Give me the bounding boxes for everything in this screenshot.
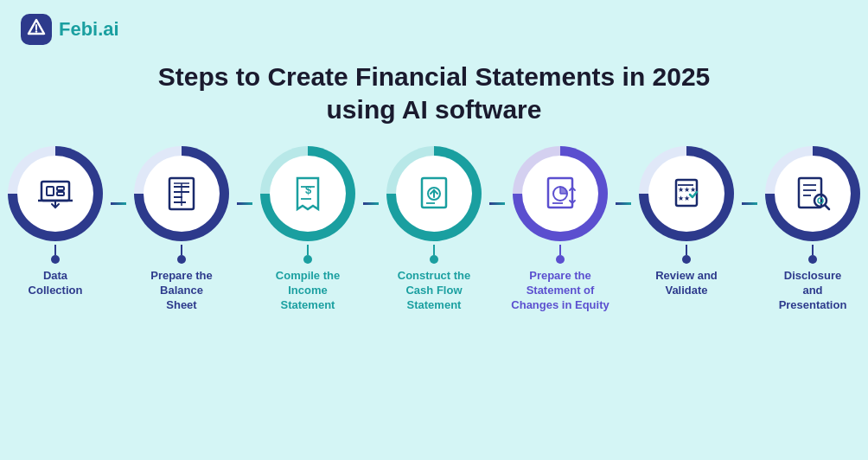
steps-row: DataCollection Pr	[0, 134, 868, 313]
step-6: ★★★ ★★ Review andValidate	[631, 146, 742, 298]
step-7-inner	[775, 156, 851, 232]
connector-1	[111, 202, 126, 205]
step-4-circle	[386, 146, 482, 241]
step-2-inner	[144, 156, 220, 232]
step-3-label: Compile theIncomeStatement	[272, 269, 343, 313]
connector-2	[237, 202, 252, 205]
step-2-label: Prepare theBalanceSheet	[147, 269, 216, 313]
page-title: Steps to Create Financial Statements in …	[158, 61, 711, 125]
step-2: Prepare theBalanceSheet	[126, 146, 237, 313]
step-1: DataCollection	[0, 146, 111, 298]
step-6-label: Review andValidate	[652, 269, 721, 298]
step-6-circle: ★★★ ★★	[639, 146, 734, 241]
header: Febi.ai	[0, 0, 868, 45]
step-3: $ Compile theIncomeStatement	[252, 146, 363, 313]
svg-rect-7	[57, 192, 64, 195]
svg-line-36	[825, 205, 829, 209]
step-5: Prepare theStatement ofChanges in Equity	[505, 146, 616, 313]
svg-rect-6	[57, 187, 64, 190]
svg-rect-3	[41, 182, 69, 201]
connector-5	[616, 202, 631, 205]
svg-text:$: $	[305, 183, 312, 196]
step-3-inner: $	[270, 156, 346, 232]
step-6-inner: ★★★ ★★	[648, 156, 724, 232]
title-section: Steps to Create Financial Statements in …	[141, 45, 728, 134]
step-5-label: Prepare theStatement ofChanges in Equity	[507, 269, 612, 313]
svg-rect-31	[799, 178, 821, 208]
step-7-connector	[808, 245, 817, 264]
step-5-connector	[556, 245, 565, 264]
step-1-inner	[17, 156, 93, 232]
step-4-label: Construct theCash FlowStatement	[394, 269, 475, 313]
connector-6	[742, 202, 757, 205]
step-7: DisclosureandPresentation	[757, 146, 868, 313]
connector-3	[363, 202, 379, 205]
step-1-label: DataCollection	[25, 269, 86, 298]
logo-text: Febi.ai	[59, 18, 119, 41]
step-4: Construct theCash FlowStatement	[379, 146, 489, 313]
step-5-circle	[513, 146, 608, 241]
step-3-connector	[303, 245, 312, 264]
svg-text:★★★: ★★★	[678, 186, 696, 194]
step-5-inner	[522, 156, 598, 232]
step-3-circle: $	[260, 146, 355, 241]
svg-text:★★: ★★	[678, 195, 690, 202]
svg-point-2	[35, 30, 37, 32]
step-7-circle	[765, 146, 860, 241]
svg-rect-5	[47, 187, 54, 195]
step-6-connector	[682, 245, 691, 264]
step-4-connector	[430, 245, 438, 264]
connector-4	[489, 202, 505, 205]
step-1-circle	[8, 146, 103, 241]
step-1-connector	[51, 245, 60, 264]
step-2-connector	[177, 245, 186, 264]
logo-box	[21, 14, 52, 45]
step-7-label: DisclosureandPresentation	[775, 269, 851, 313]
step-4-inner	[396, 156, 472, 232]
step-2-circle	[134, 146, 229, 241]
logo-icon	[27, 18, 46, 42]
